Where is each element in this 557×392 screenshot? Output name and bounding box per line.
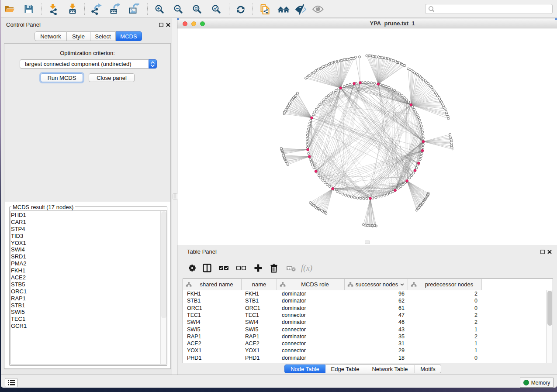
tab-node-table[interactable]: Node Table: [284, 364, 325, 373]
tab-network[interactable]: Network: [35, 31, 67, 41]
close-panel-button[interactable]: Close panel: [89, 73, 135, 82]
delete-column-button[interactable]: [266, 261, 281, 275]
close-icon[interactable]: [547, 249, 552, 253]
tab-network-table[interactable]: Network Table: [365, 364, 415, 373]
result-node-item[interactable]: SWI4: [11, 246, 27, 253]
save-session-button[interactable]: [21, 1, 37, 17]
show-column-button[interactable]: [200, 261, 214, 275]
memory-button[interactable]: Memory: [520, 378, 554, 388]
column-header-name[interactable]: name: [242, 279, 277, 290]
tab-motifs[interactable]: Motifs: [415, 364, 441, 373]
network-view-canvas[interactable]: [177, 28, 557, 245]
cell-name: SWI5: [245, 327, 259, 333]
result-node-item[interactable]: STB1: [11, 302, 27, 309]
run-mcds-button[interactable]: Run MCDS: [41, 73, 83, 82]
result-node-item[interactable]: STB5: [11, 281, 27, 288]
unselect-all-columns-button[interactable]: [234, 261, 249, 275]
export-image-button[interactable]: [126, 1, 142, 17]
org-icon: [347, 282, 353, 287]
tab-style[interactable]: Style: [67, 31, 90, 41]
result-scrollbar-thumb[interactable]: [161, 211, 166, 318]
refresh-view-button[interactable]: [233, 1, 249, 17]
result-node-item[interactable]: GCR1: [11, 323, 27, 330]
result-node-item[interactable]: TID3: [11, 233, 27, 240]
column-header-shared-name[interactable]: shared name: [183, 279, 242, 290]
search-input[interactable]: [435, 5, 552, 13]
frame-corner-accent: [177, 18, 179, 20]
result-node-item[interactable]: CAR1: [11, 219, 27, 226]
result-node-item[interactable]: PMA2: [11, 260, 27, 267]
result-node-item[interactable]: STP4: [11, 226, 27, 233]
column-label: MCDS role: [286, 281, 344, 288]
control-panel: Control Panel NetworkStyleSelectMCDS Opt…: [1, 18, 172, 375]
cell-predecessor-nodes: 1: [474, 340, 477, 347]
result-node-item[interactable]: TEC1: [11, 316, 27, 323]
table-row[interactable]: SWI5SWI5connector431: [183, 326, 553, 333]
table-row[interactable]: ORC1ORC1dominator610: [183, 305, 553, 312]
select-all-columns-button[interactable]: [216, 261, 231, 275]
function-builder-button: f(x): [299, 261, 314, 275]
table-scrollbar[interactable]: [546, 290, 553, 363]
zoom-in-button[interactable]: [151, 1, 167, 17]
zoom-fit-button[interactable]: [189, 1, 204, 17]
search-box[interactable]: [425, 4, 553, 14]
minimize-traffic-light[interactable]: [191, 21, 196, 26]
float-icon[interactable]: [159, 22, 163, 26]
result-node-item[interactable]: SRD1: [11, 253, 27, 260]
export-table-button[interactable]: [107, 1, 122, 17]
eye-slash-icon: [295, 3, 307, 15]
zoom-out-button[interactable]: [170, 1, 186, 17]
export-table-icon: [109, 3, 120, 15]
column-header-MCDS-role[interactable]: MCDS role: [277, 279, 345, 290]
horizontal-splitter-grip[interactable]: [365, 241, 370, 244]
mcds-result-list[interactable]: PHD1CAR1STP4TID3YOX1SWI4SRD1PMA2FKH1ACE2…: [10, 210, 167, 364]
result-node-item[interactable]: ORC1: [11, 288, 27, 295]
result-list-scrollbar[interactable]: [160, 211, 166, 364]
table-row[interactable]: STB1STB1dominator620: [183, 297, 553, 304]
result-node-item[interactable]: PHD1: [11, 212, 27, 219]
column-header-successor-nodes[interactable]: successor nodes: [345, 279, 408, 290]
zoom-selected-button[interactable]: [208, 1, 224, 17]
tab-edge-table[interactable]: Edge Table: [325, 364, 365, 373]
cell-shared-name: RAP1: [187, 334, 201, 340]
cell-MCDS-role: dominator: [282, 305, 306, 311]
table-row[interactable]: TEC1TEC1connector472: [183, 312, 553, 319]
table-row[interactable]: SWI4SWI4dominator462: [183, 319, 553, 326]
cell-MCDS-role: dominator: [282, 298, 306, 304]
close-icon[interactable]: [166, 22, 170, 26]
table-row[interactable]: ACE2ACE2connector311: [183, 340, 553, 347]
result-node-item[interactable]: YOX1: [11, 240, 27, 247]
node-table-header: shared namename MCDS role successor node…: [183, 279, 481, 290]
column-header-predecessor-nodes[interactable]: predecessor nodes: [408, 279, 482, 290]
hide-selected-button[interactable]: [293, 1, 309, 17]
float-icon[interactable]: [540, 249, 545, 253]
tab-mcds[interactable]: MCDS: [116, 31, 142, 41]
result-node-item[interactable]: ACE2: [11, 274, 27, 281]
export-network-button[interactable]: [89, 1, 104, 17]
table-scrollbar-thumb[interactable]: [547, 291, 552, 326]
criterion-dropdown[interactable]: largest connected component (undirected): [20, 59, 157, 69]
result-node-item[interactable]: FKH1: [11, 267, 27, 274]
frame-corner-accent: [555, 18, 557, 20]
tab-select[interactable]: Select: [90, 31, 116, 41]
result-node-item[interactable]: SWI5: [11, 309, 27, 316]
table-row[interactable]: RAP1RAP1dominator352: [183, 333, 553, 340]
first-neighbors-button[interactable]: [276, 1, 291, 17]
import-table-button[interactable]: [65, 1, 80, 17]
import-network-button[interactable]: [45, 1, 61, 17]
show-all-button[interactable]: [310, 1, 326, 17]
table-settings-button[interactable]: [185, 261, 200, 275]
table-row[interactable]: FKH1FKH1dominator962: [183, 290, 553, 297]
close-traffic-light[interactable]: [183, 21, 187, 26]
network-window-titlebar[interactable]: YPA_prune.txt_1: [177, 19, 557, 28]
result-node-item[interactable]: RAP1: [11, 295, 27, 302]
panel-list-button[interactable]: [5, 378, 17, 387]
open-session-button[interactable]: [2, 1, 17, 17]
table-row[interactable]: PHD1PHD1dominator180: [183, 354, 553, 361]
zoom-traffic-light[interactable]: [200, 21, 205, 26]
vertical-splitter[interactable]: [172, 18, 177, 375]
vertical-splitter-grip[interactable]: [173, 194, 177, 199]
create-column-button[interactable]: [251, 261, 266, 275]
clone-network-button[interactable]: [257, 1, 273, 17]
table-row[interactable]: YOX1YOX1connector291: [183, 347, 553, 354]
